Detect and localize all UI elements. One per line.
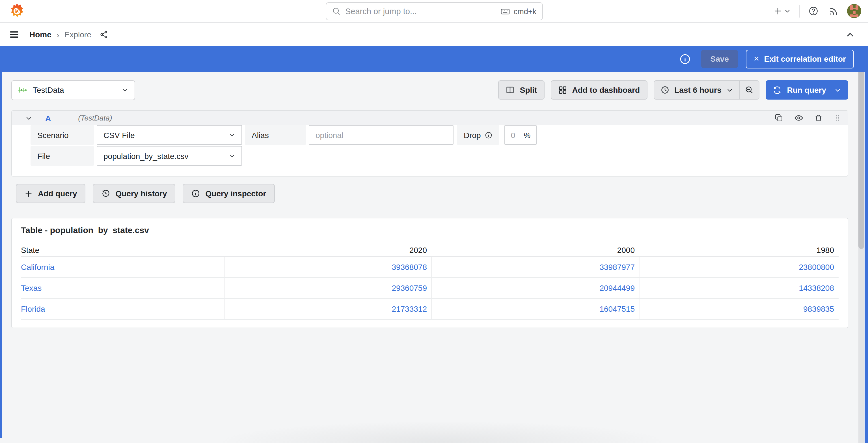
keyboard-icon — [501, 6, 510, 16]
correlation-editor-banner: Save × Exit correlation editor — [0, 46, 868, 72]
drop-percent-field: % — [505, 125, 537, 145]
run-query-button[interactable]: Run query — [766, 80, 848, 99]
top-nav-right — [772, 4, 861, 18]
state-cell: Texas — [21, 278, 224, 298]
percent-suffix: % — [524, 130, 531, 140]
add-to-dashboard-button[interactable]: Add to dashboard — [551, 80, 647, 99]
table-header-row: State 2020 2000 1980 — [21, 243, 839, 257]
state-cell: California — [21, 257, 224, 277]
query-row-header: A (TestData) — [12, 111, 848, 125]
help-icon — [808, 6, 819, 17]
duplicate-query-button[interactable] — [775, 114, 783, 122]
query-history-button[interactable]: Query history — [93, 184, 175, 203]
grafana-logo-icon[interactable] — [8, 2, 26, 20]
column-header-2000[interactable]: 2000 — [431, 245, 639, 254]
value-cell: 33987977 — [431, 257, 639, 277]
breadcrumb-home[interactable]: Home — [29, 30, 52, 39]
search-shortcut: cmd+k — [501, 6, 536, 16]
scenario-select[interactable]: CSV File — [97, 125, 242, 145]
drop-info-icon[interactable] — [485, 131, 493, 139]
grafana-explore-page: Search or jump to... cmd+k — [0, 0, 868, 443]
table-row: Florida21733312160475159839835 — [21, 299, 839, 320]
chevron-down-icon — [229, 132, 235, 138]
chevron-up-icon — [846, 30, 855, 39]
chevron-down-icon — [835, 87, 841, 93]
column-header-2020[interactable]: 2020 — [224, 245, 431, 254]
menu-toggle-button[interactable] — [6, 26, 23, 43]
delete-query-button[interactable] — [814, 114, 823, 122]
help-button[interactable] — [807, 4, 820, 18]
time-range-button[interactable]: Last 6 hours — [654, 81, 739, 99]
clock-icon — [660, 85, 669, 94]
file-label: File — [31, 146, 94, 166]
bottom-shadow — [220, 421, 664, 443]
drag-handle-icon — [834, 114, 841, 122]
drag-query-handle[interactable] — [834, 114, 841, 122]
eye-icon — [794, 113, 804, 123]
correlation-info-button[interactable] — [678, 52, 692, 66]
file-select[interactable]: population_by_state.csv — [97, 146, 242, 166]
drop-label-group: Drop — [457, 125, 500, 145]
add-query-button[interactable]: Add query — [16, 184, 85, 203]
rss-icon — [829, 6, 839, 16]
copy-icon — [775, 114, 783, 122]
table-body: California393680783398797723800800Texas2… — [21, 257, 839, 320]
toolbar-right: Split Add to dashboard Last 6 hours — [498, 80, 848, 99]
value-cell: 39368078 — [224, 257, 431, 277]
plus-icon — [24, 189, 33, 198]
apps-grid-icon — [558, 85, 567, 94]
disable-query-button[interactable] — [794, 113, 804, 123]
value-cell: 20944499 — [431, 278, 639, 298]
search-input[interactable]: Search or jump to... cmd+k — [326, 2, 542, 20]
plus-icon — [773, 6, 783, 16]
table-panel: Table - population_by_state.csv State 20… — [11, 218, 848, 328]
drop-percent-input[interactable] — [511, 130, 522, 140]
breadcrumb-current: Explore — [64, 30, 91, 39]
value-cell: 21733312 — [224, 299, 431, 319]
breadcrumb-separator: › — [57, 30, 59, 39]
results-table: State 2020 2000 1980 California393680783… — [21, 243, 839, 320]
query-inspector-button[interactable]: Query inspector — [183, 184, 275, 203]
history-icon — [101, 189, 110, 198]
query-datasource-hint: (TestData) — [78, 114, 112, 122]
zoom-out-time-button[interactable] — [739, 81, 759, 99]
column-header-state[interactable]: State — [21, 245, 224, 254]
query-editor-panel: A (TestData) — [11, 110, 848, 177]
search-placeholder: Search or jump to... — [345, 7, 417, 16]
share-shortlink-button[interactable] — [99, 29, 110, 40]
sync-icon — [773, 86, 781, 94]
collapse-panel-button[interactable] — [844, 28, 857, 41]
value-cell: 14338208 — [639, 278, 839, 298]
share-icon — [100, 30, 109, 39]
collapse-query-chevron-icon[interactable] — [26, 115, 32, 121]
exit-correlation-editor-button[interactable]: × Exit correlation editor — [746, 50, 854, 68]
scenario-row: Scenario CSV File Alias Drop % — [31, 125, 848, 145]
query-actions-row: Add query Query history Query inspector — [16, 184, 275, 203]
table-row: California393680783398797723800800 — [21, 257, 839, 278]
new-menu-button[interactable] — [772, 5, 792, 17]
save-button[interactable]: Save — [702, 50, 738, 68]
state-cell: Florida — [21, 299, 224, 319]
time-picker-group: Last 6 hours — [653, 80, 760, 99]
column-header-1980[interactable]: 1980 — [639, 245, 839, 254]
split-button[interactable]: Split — [498, 80, 545, 99]
testdata-datasource-icon — [18, 86, 28, 94]
value-cell: 23800800 — [639, 257, 839, 277]
news-button[interactable] — [827, 5, 840, 17]
value-cell: 16047515 — [431, 299, 639, 319]
value-cell: 9839835 — [639, 299, 839, 319]
query-ref-id[interactable]: A — [45, 113, 51, 122]
user-avatar[interactable] — [847, 4, 861, 18]
divider — [799, 5, 800, 17]
table-panel-title: Table - population_by_state.csv — [21, 225, 839, 235]
avatar-identicon — [847, 4, 861, 18]
scrollbar-thumb[interactable] — [858, 48, 864, 249]
search-icon — [332, 7, 341, 16]
datasource-picker[interactable]: TestData — [11, 80, 135, 100]
alias-input[interactable] — [309, 125, 454, 145]
info-icon — [191, 189, 200, 198]
chevron-down-icon — [122, 87, 128, 93]
value-cell: 29360759 — [224, 278, 431, 298]
split-icon — [506, 85, 515, 94]
trash-icon — [814, 114, 823, 122]
